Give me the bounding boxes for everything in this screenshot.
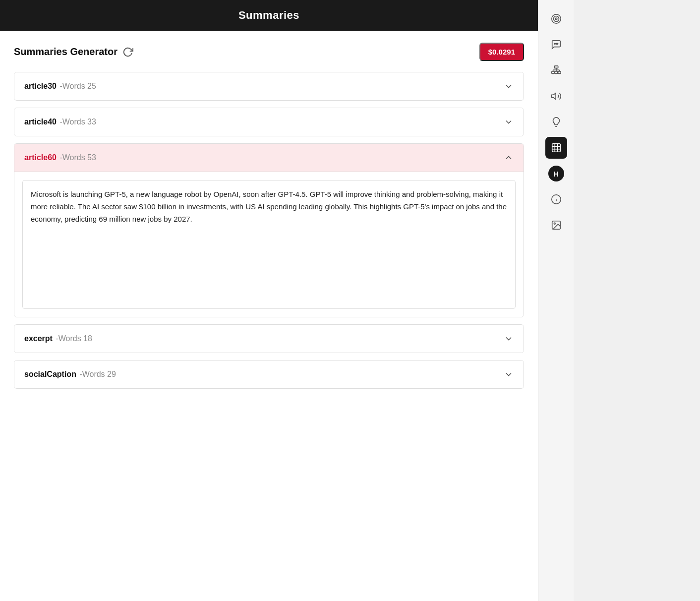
info-icon[interactable] <box>545 188 567 210</box>
table-icon[interactable] <box>545 137 567 159</box>
accordion-header-excerpt[interactable]: excerpt -Words 18 <box>14 325 524 353</box>
accordion-header-article40[interactable]: article40 -Words 33 <box>14 108 524 136</box>
main-content: Summaries Summaries Generator $0.0291 ar… <box>0 0 538 601</box>
chevron-icon-socialCaption <box>504 369 514 379</box>
page-title: Summaries <box>238 9 299 21</box>
accordion-main-label-article30: article30 <box>24 82 57 90</box>
accordion-main-label-excerpt: excerpt <box>24 334 53 343</box>
chevron-icon-excerpt <box>504 334 514 344</box>
svg-marker-15 <box>551 93 555 100</box>
cost-badge[interactable]: $0.0291 <box>479 43 524 61</box>
right-sidebar: H <box>538 0 574 601</box>
accordion-words-article30: -Words 25 <box>58 82 96 90</box>
accordion-main-label-article40: article40 <box>24 118 57 126</box>
accordion-item-excerpt: excerpt -Words 18 <box>14 324 524 353</box>
page-header: Summaries <box>0 0 538 31</box>
accordion-body-article60: Microsoft is launching GPT-5, a new lang… <box>14 172 524 317</box>
accordion-header-article60[interactable]: article60 -Words 53 <box>14 144 524 172</box>
svg-rect-16 <box>552 144 560 152</box>
h-letter: H <box>548 166 564 181</box>
svg-rect-8 <box>555 71 558 74</box>
accordion-item-socialCaption: socialCaption -Words 29 <box>14 360 524 389</box>
accordion-item-article40: article40 -Words 33 <box>14 108 524 136</box>
lightbulb-icon[interactable] <box>545 111 567 133</box>
svg-point-25 <box>554 223 555 224</box>
target-icon[interactable] <box>545 8 567 30</box>
refresh-icon[interactable] <box>122 47 133 58</box>
accordion-words-article40: -Words 33 <box>58 118 96 126</box>
accordion-item-article30: article30 -Words 25 <box>14 72 524 101</box>
top-bar: Summaries Generator $0.0291 <box>14 43 524 61</box>
accordion-words-article60: -Words 53 <box>58 153 96 162</box>
accordion-header-socialCaption[interactable]: socialCaption -Words 29 <box>14 361 524 388</box>
accordion-label-article60: article60 -Words 53 <box>24 153 96 162</box>
generator-title: Summaries Generator <box>14 46 133 58</box>
megaphone-icon[interactable] <box>545 85 567 107</box>
chevron-icon-article60 <box>504 153 514 163</box>
accordion-main-label-article60: article60 <box>24 153 57 162</box>
h-icon[interactable]: H <box>545 163 567 184</box>
svg-point-3 <box>554 43 555 44</box>
accordion-main-label-socialCaption: socialCaption <box>24 370 76 378</box>
chevron-icon-article40 <box>504 117 514 127</box>
content-area: Summaries Generator $0.0291 article30 -W… <box>0 31 538 601</box>
accordion-container: article30 -Words 25article40 -Words 33ar… <box>14 72 524 389</box>
summary-text-article60: Microsoft is launching GPT-5, a new lang… <box>22 180 516 309</box>
svg-point-4 <box>556 43 557 44</box>
accordion-words-socialCaption: -Words 29 <box>77 370 116 378</box>
svg-point-5 <box>557 43 558 44</box>
accordion-words-excerpt: -Words 18 <box>54 334 92 343</box>
accordion-label-article30: article30 -Words 25 <box>24 82 96 91</box>
accordion-item-article60: article60 -Words 53Microsoft is launchin… <box>14 143 524 317</box>
hierarchy-icon[interactable] <box>545 60 567 81</box>
accordion-header-article30[interactable]: article30 -Words 25 <box>14 72 524 100</box>
svg-rect-9 <box>558 71 561 74</box>
svg-rect-6 <box>554 66 558 68</box>
accordion-label-socialCaption: socialCaption -Words 29 <box>24 370 116 379</box>
image-icon[interactable] <box>545 214 567 236</box>
accordion-label-article40: article40 -Words 33 <box>24 118 96 126</box>
svg-point-1 <box>553 16 559 22</box>
svg-point-2 <box>555 18 557 20</box>
svg-point-0 <box>551 14 560 23</box>
svg-rect-7 <box>551 71 554 74</box>
accordion-label-excerpt: excerpt -Words 18 <box>24 334 92 343</box>
generator-title-text: Summaries Generator <box>14 46 117 58</box>
chat-icon[interactable] <box>545 34 567 56</box>
chevron-icon-article30 <box>504 81 514 91</box>
